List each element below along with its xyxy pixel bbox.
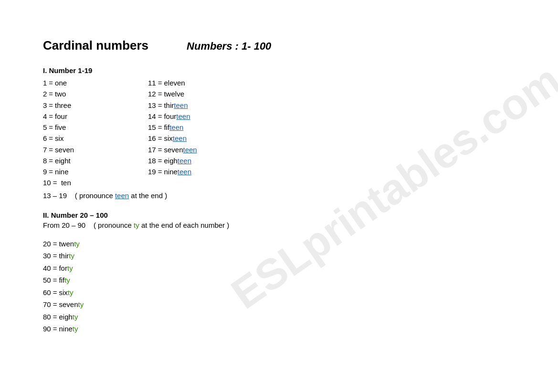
num-1: 1=one [43,77,148,88]
left-col: 1=one 2=two 3=three 4=four 5=five 6=six … [43,77,148,189]
num-15: 15=fifteen [148,122,282,133]
num-17: 17=seventeen [148,144,282,155]
section1-note: 13 – 19 ( pronounce teen at the end ) [43,191,515,200]
right-col: 11=eleven 12=twelve 13=thirteen 14=fourt… [148,77,282,189]
page: ESLprintables.com Cardinal numbers Numbe… [0,0,558,354]
tens-80: 80=eighty [43,311,515,323]
num-14: 14=fourteen [148,111,282,122]
from-note: From 20 – 90 ( pronounce ty at the end o… [43,221,515,229]
num-2: 2=two [43,88,148,99]
tens-list: 20=twenty 30=thirty 40=forty 50=fifty 60… [43,238,515,335]
num-16: 16=sixteen [148,133,282,144]
num-13: 13=thirteen [148,100,282,111]
num-18: 18=eighteen [148,155,282,166]
tens-60: 60=sixty [43,286,515,299]
num-11: 11=eleven [148,77,282,88]
tens-40: 40=forty [43,262,515,275]
num-8: 8=eight [43,155,148,166]
content: Cardinal numbers Numbers : 1- 100 I. Num… [43,38,515,335]
tens-70: 70=seventy [43,298,515,311]
num-6: 6=six [43,133,148,144]
tens-20: 20=twenty [43,238,515,250]
tens-50: 50=fifty [43,274,515,286]
num-7: 7=seven [43,144,148,155]
subtitle: Numbers : 1- 100 [187,40,271,53]
num-5: 5=five [43,122,148,133]
tens-30: 30=thirty [43,250,515,262]
tens-90: 90=ninety [43,323,515,335]
section1-heading: I. Number 1-19 [43,66,515,74]
num-4: 4=four [43,111,148,122]
num-9: 9=nine [43,166,148,177]
num-12: 12=twelve [148,88,282,99]
num-19: 19=nineteen [148,166,282,177]
numbers-grid: 1=one 2=two 3=three 4=four 5=five 6=six … [43,77,515,189]
main-title: Cardinal numbers [43,38,148,53]
title-row: Cardinal numbers Numbers : 1- 100 [43,38,515,53]
num-10: 10 = ten [43,177,148,188]
num-3: 3=three [43,100,148,111]
section2-heading: II. Number 20 – 100 [43,211,515,219]
